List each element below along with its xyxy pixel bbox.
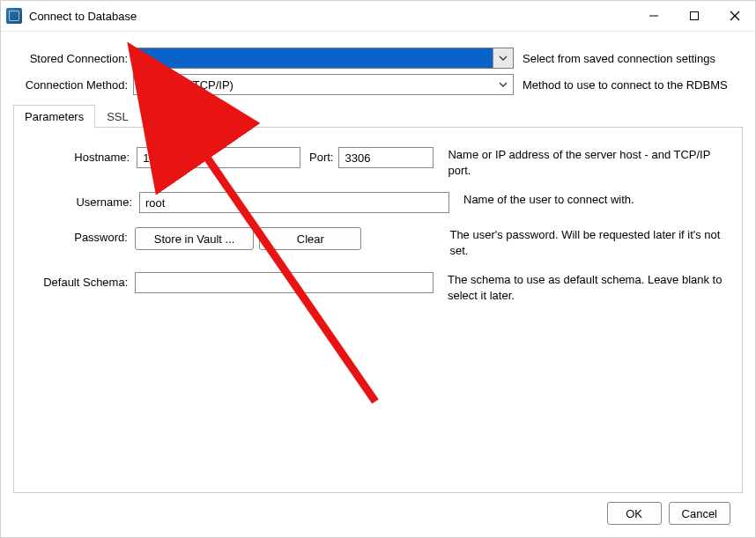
password-desc: The user's password. Will be requested l… [449, 227, 730, 258]
stored-connection-label: Stored Connection: [13, 52, 133, 65]
store-in-vault-button[interactable]: Store in Vault ... [135, 227, 254, 250]
close-icon [730, 11, 740, 21]
password-row: Password: Store in Vault ... Clear The u… [26, 227, 730, 258]
svg-rect-1 [691, 12, 699, 20]
tab-ssl[interactable]: SSL [95, 105, 140, 128]
tab-parameters[interactable]: Parameters [13, 105, 95, 128]
tab-advanced[interactable]: Advanced [140, 105, 214, 128]
hostname-desc: Name or IP address of the server host - … [448, 147, 730, 178]
dialog-content: Stored Connection: Select from saved con… [1, 32, 755, 537]
username-label: Username: [26, 192, 139, 209]
port-input[interactable] [338, 147, 434, 168]
tab-bar: Parameters SSL Advanced [13, 104, 743, 128]
cancel-button[interactable]: Cancel [669, 502, 730, 525]
connection-method-value: Standard (TCP/IP) [139, 78, 233, 92]
hostname-row: Hostname: Port: Name or IP address of th… [26, 147, 730, 178]
hostname-label: Hostname: [26, 147, 137, 164]
default-schema-desc: The schema to use as default schema. Lea… [448, 272, 730, 303]
clear-password-button[interactable]: Clear [259, 227, 361, 250]
ok-button[interactable]: OK [607, 502, 662, 525]
connection-method-row: Connection Method: Standard (TCP/IP) Met… [13, 74, 743, 95]
connection-method-select[interactable]: Standard (TCP/IP) [133, 74, 514, 95]
minimize-icon [649, 11, 659, 21]
minimize-button[interactable] [634, 1, 674, 31]
port-label: Port: [309, 147, 333, 164]
default-schema-label: Default Schema: [26, 272, 135, 289]
connection-method-label: Connection Method: [13, 78, 133, 92]
default-schema-input[interactable] [135, 272, 434, 293]
dialog-window: Connect to Database Stored Connection: S… [0, 0, 756, 538]
maximize-button[interactable] [674, 1, 715, 31]
window-title: Connect to Database [29, 10, 634, 23]
stored-connection-select[interactable] [133, 48, 514, 69]
titlebar: Connect to Database [1, 1, 755, 32]
close-button[interactable] [715, 1, 755, 31]
password-label: Password: [26, 227, 135, 244]
tab-panel-parameters: Hostname: Port: Name or IP address of th… [13, 128, 743, 493]
connection-method-desc: Method to use to connect to the RDBMS [523, 78, 728, 92]
dialog-footer: OK Cancel [13, 493, 743, 537]
stored-connection-desc: Select from saved connection settings [523, 52, 715, 65]
default-schema-row: Default Schema: The schema to use as def… [26, 272, 730, 303]
stored-connection-row: Stored Connection: Select from saved con… [13, 48, 743, 69]
username-row: Username: Name of the user to connect wi… [26, 192, 730, 213]
chevron-down-icon [493, 82, 513, 87]
app-icon [6, 8, 22, 24]
maximize-icon [689, 11, 700, 21]
username-desc: Name of the user to connect with. [463, 192, 634, 208]
username-input[interactable] [139, 192, 449, 213]
window-controls [634, 1, 755, 31]
hostname-input[interactable] [137, 147, 300, 168]
chevron-down-icon [493, 48, 513, 68]
